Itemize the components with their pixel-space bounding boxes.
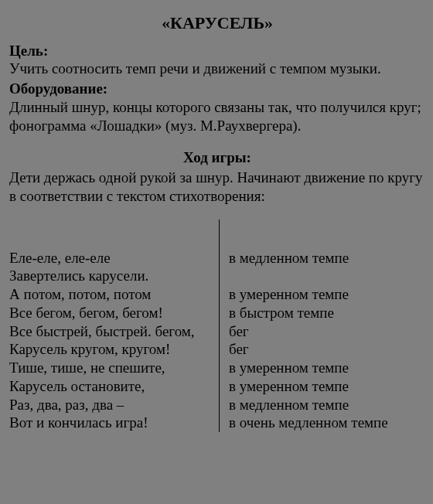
- table-row: Все бегом, бегом, бегом!в быстром темпе: [9, 304, 425, 322]
- poem-line: Все быстрей, быстрей. бегом,: [9, 322, 220, 341]
- table-row: Тише, тише, не спешите,в умеренном темпе: [9, 359, 425, 377]
- poem-line: Тише, тише, не спешите,: [9, 359, 220, 377]
- goal-block: Цель: Учить соотносить темп речи и движе…: [9, 42, 425, 79]
- poem-line: Раз, два, раз, два –: [9, 396, 220, 414]
- equipment-block: Оборудование: Длинный шнур, концы которо…: [9, 80, 425, 135]
- table-row: Раз, два, раз, два –в медленном темпе: [9, 396, 425, 414]
- table-row: Завертелись карусели.: [9, 267, 425, 285]
- tempo-note: бег: [220, 322, 425, 341]
- gameplay-label: Ход игры:: [9, 148, 425, 167]
- poem-line: Вот и кончилась игра!: [9, 414, 220, 432]
- table-row: Все быстрей, быстрей. бегом,бег: [9, 322, 425, 341]
- equipment-text: Длинный шнур, концы которого связаны так…: [9, 99, 421, 134]
- goal-text: Учить соотносить темп речи и движений с …: [9, 60, 381, 77]
- poem-line: А потом, потом, потом: [9, 285, 220, 304]
- tempo-note: в быстром темпе: [220, 304, 425, 322]
- goal-label: Цель:: [9, 43, 48, 59]
- tempo-note: бег: [220, 340, 425, 359]
- gameplay-intro: Дети держась одной рукой за шнур. Начина…: [9, 169, 425, 206]
- poem-line: Все бегом, бегом, бегом!: [9, 304, 220, 322]
- poem-line: Карусель остановите,: [9, 377, 220, 396]
- tempo-note: в очень медленном темпе: [220, 414, 425, 432]
- tempo-note: [220, 267, 425, 285]
- poem-line: Завертелись карусели.: [9, 267, 220, 285]
- table-spacer: [9, 220, 425, 249]
- tempo-note: в умеренном темпе: [220, 359, 425, 377]
- document-title: «КАРУСЕЛЬ»: [9, 12, 425, 34]
- table-row: Карусель кругом, кругом!бег: [9, 340, 425, 359]
- tempo-note: в медленном темпе: [220, 396, 425, 414]
- table-row: Вот и кончилась игра!в очень медленном т…: [9, 414, 425, 432]
- table-row: Карусель остановите,в умеренном темпе: [9, 377, 425, 396]
- tempo-note: в умеренном темпе: [220, 377, 425, 396]
- poem-table: Еле-еле, еле-елев медленном темпеЗаверте…: [9, 220, 425, 433]
- poem-line: Еле-еле, еле-еле: [9, 249, 220, 267]
- equipment-label: Оборудование:: [9, 80, 107, 97]
- tempo-note: в медленном темпе: [220, 249, 425, 267]
- table-row: Еле-еле, еле-елев медленном темпе: [9, 249, 425, 267]
- tempo-note: в умеренном темпе: [220, 285, 425, 304]
- poem-line: Карусель кругом, кругом!: [9, 340, 220, 359]
- table-row: А потом, потом, потомв умеренном темпе: [9, 285, 425, 304]
